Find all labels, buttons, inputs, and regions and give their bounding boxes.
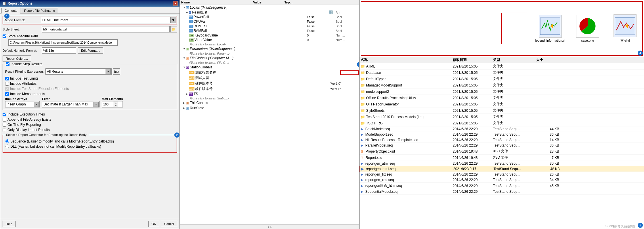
include-execution-times-checkbox[interactable]	[3, 113, 6, 116]
folder-atml[interactable]: 📁ATML 2021/8/20 15:05 文件夹	[360, 63, 644, 70]
style-sheet-browse-button[interactable]: 📁	[170, 26, 177, 32]
cpu-fail-value: False	[307, 20, 336, 23]
file-reportgen-txt[interactable]: ▶reportgen_txt.seq 2014/6/26 22:29 TestS…	[360, 172, 644, 177]
store-absolute-path-checkbox[interactable]	[3, 34, 6, 38]
folder-tsotfrg[interactable]: 📁TSOTFRG 2021/8/20 15:05 文件夹	[360, 120, 644, 126]
cpu-fail-node[interactable]: TF CPUFail False Bool	[180, 19, 359, 24]
file-model-support[interactable]: ▶ModelSupport.seq 2014/6/26 22:29 TestSt…	[360, 132, 644, 137]
params-expand-icon[interactable]: ▼	[183, 47, 186, 50]
this-context-expand[interactable]: ▶	[183, 101, 186, 104]
run-state-expand[interactable]: ▶	[183, 107, 186, 109]
folder-otf[interactable]: 📁OTFReportGenerator 2021/8/20 15:05 文件夹	[360, 101, 644, 107]
keyboard-node[interactable]: 128 KeyboardValue 0 Num...	[180, 33, 359, 38]
report-name-node[interactable]: ABC 测试报告名称	[180, 70, 359, 75]
file-sequential-model[interactable]: ▶SequentialModel.seq 2014/6/26 22:29 Tes…	[360, 189, 644, 195]
only-latest-checkbox[interactable]	[3, 128, 6, 132]
filter-arrow[interactable]: ▼	[93, 102, 99, 107]
folder-modelsupport2[interactable]: 📁modelsupport2 2021/8/20 15:05 文件夹	[360, 88, 644, 95]
tab-contents[interactable]: Contents	[1, 8, 20, 14]
params-icon: ⊞	[186, 47, 189, 51]
file-globals-hint: ‹Right click to insert File G...›	[180, 61, 359, 65]
help-button[interactable]: Help	[3, 221, 16, 227]
this-context-node[interactable]: ▶ ⊞ ThisContext	[180, 100, 359, 105]
run-state-node[interactable]: ▶ ⊞ RunState	[180, 105, 359, 111]
locals-hint: ‹Right click to insert Local›	[180, 42, 359, 46]
max-elements-spinbox[interactable]: ▲ ▼	[102, 101, 123, 107]
folder-stylesheets[interactable]: 📁StyleSheets 2021/8/20 15:05 文件夹	[360, 107, 644, 114]
locals-expand-icon[interactable]: ▼	[183, 6, 186, 9]
cancel-button[interactable]: Cancel	[161, 221, 177, 227]
result-filtering-edit-button[interactable]: f(x)	[113, 68, 120, 75]
select-dropdown-arrow[interactable]: ▼	[170, 17, 176, 23]
style-sheet-input[interactable]	[42, 26, 170, 32]
include-step-results-checkbox[interactable]	[6, 62, 9, 66]
folder-icon-database: 📁	[361, 71, 365, 75]
ok-button[interactable]: OK	[148, 221, 159, 227]
ts-expand[interactable]: ▶	[186, 93, 189, 95]
ram-fail-node[interactable]: TF RAMFail False Bool	[180, 28, 359, 33]
result-list-node[interactable]: ▶ II ResultList 🔢 Arr...	[180, 10, 359, 15]
spinbox-down-button[interactable]: ▼	[114, 104, 118, 107]
test-person-node[interactable]: ABC 测试人员	[180, 75, 359, 81]
arrays-select[interactable]: Insert Graph ▼	[5, 101, 40, 107]
station-expand[interactable]: ▼	[183, 66, 186, 69]
report-colors-button[interactable]: Report Colors...	[3, 55, 31, 62]
legend-info-icon-item[interactable]: legend_information.vi	[536, 15, 565, 42]
video-type: Num...	[336, 38, 359, 42]
save-icon-item[interactable]: save.png	[573, 15, 602, 42]
report-format-select-wrapper[interactable]: HTML Document ▼	[41, 17, 176, 23]
var-browser-scrollbar[interactable]: ◄ ►	[180, 224, 359, 229]
include-measurements-checkbox[interactable]	[5, 92, 9, 96]
file-globals-expand[interactable]: ▼	[183, 57, 186, 59]
file-property-object[interactable]: ⊞PropertyObject.xsd 2014/6/26 19:48 XSD …	[360, 148, 644, 155]
radio-sequence[interactable]	[5, 139, 9, 143]
file-reportgen-atml[interactable]: ▶reportgen_atml.seq 2014/6/26 22:29 Test…	[360, 161, 644, 166]
append-if-exists-checkbox[interactable]	[3, 118, 6, 122]
result-filtering-label: Result Filtering Expression:	[5, 70, 44, 73]
folder-database[interactable]: 📁Database 2021/8/20 15:05 文件夹	[360, 70, 644, 76]
arrays-arrow[interactable]: ▼	[34, 102, 39, 107]
params-node[interactable]: ▼ ⊞ Parameters ('MainSequence')	[180, 46, 359, 51]
folder-offline-results[interactable]: 📁Offline Results Processing Utility 2021…	[360, 95, 644, 101]
radio-dll[interactable]	[5, 145, 9, 148]
rom-fail-node[interactable]: TF ROMFail False Bool	[180, 24, 359, 28]
edit-format-button[interactable]: Edit Format...	[78, 47, 103, 54]
include-test-limits-checkbox[interactable]	[5, 77, 9, 80]
file-parallel-model[interactable]: ▶ParallelModel.seq 2014/6/26 22:29 TestS…	[360, 143, 644, 148]
result-list-expand[interactable]: ▶	[186, 11, 189, 14]
folder-default-types[interactable]: 📁DefaultTypes 2021/8/20 15:05 文件夹	[360, 76, 644, 82]
video-node[interactable]: 128 VideoValue 0 Num...	[180, 38, 359, 42]
result-filtering-arrow[interactable]: ▼	[106, 69, 111, 74]
dialog-close-button[interactable]: ✕	[173, 1, 178, 6]
tree-container[interactable]: ▼ ⊞ Locals ('MainSequence') ▶ II ResultL…	[180, 5, 359, 224]
ts-node[interactable]: ▶ TS TS	[180, 92, 359, 96]
tab-report-file-pathname[interactable]: Report File Pathname	[21, 8, 58, 13]
file-batch-model[interactable]: ▶BatchModel.seq 2014/6/26 22:29 TestStan…	[360, 126, 644, 132]
file-globals-node[interactable]: ▼ ⊞ FileGlobals ('Computer M...')	[180, 55, 359, 61]
file-reportgen-original[interactable]: ▶reportgen原始_html.seq 2014/6/26 22:29 Te…	[360, 183, 644, 189]
station-globals-node[interactable]: ▼ ⊞ StationGlobals 3	[180, 65, 359, 70]
sw-version-node[interactable]: ABC 软件版本号 "Ver1.0"	[180, 86, 359, 92]
include-attributes-checkbox[interactable]	[5, 82, 9, 86]
hw-version-node[interactable]: ABC 硬件版本号 "Ver1.0"	[180, 81, 359, 86]
file-ni-results[interactable]: ▶NI_ResultsProcessorTemplate.seq 2014/6/…	[360, 137, 644, 143]
power-fail-label: PowerFail	[194, 15, 307, 19]
on-the-fly-checkbox[interactable]	[3, 123, 6, 127]
file-report-xsd[interactable]: ⊞Report.xsd 2014/6/26 19:48 XSD 文件 7 KB	[360, 155, 644, 161]
result-filtering-select[interactable]: All Results ▼	[45, 68, 112, 75]
drawing-vi-icon-item[interactable]: 画图.vi	[611, 14, 639, 43]
power-fail-node[interactable]: TF PowerFail False Bool	[180, 15, 359, 19]
max-elements-input[interactable]	[102, 102, 114, 107]
locals-node[interactable]: ▼ ⊞ Locals ('MainSequence')	[180, 5, 359, 10]
file-list-area[interactable]: 名称 修改日期 类型 大小 📁ATML 2021/8/20 15:05 文件夹 …	[360, 57, 644, 229]
folder-managed-model[interactable]: 📁ManagedModelSupport 2021/8/20 15:05 文件夹	[360, 82, 644, 88]
spinbox-up-button[interactable]: ▲	[114, 101, 118, 104]
store-path-input[interactable]	[8, 39, 118, 46]
default-numeric-format-input[interactable]	[42, 47, 76, 54]
file-reportgen-xml[interactable]: ▶reportgen_xml.seq 2014/6/26 22:29 TestS…	[360, 177, 644, 183]
file-reportgen-html[interactable]: ▶reportgen_html.seq 2021/8/23 9:17 TestS…	[360, 166, 644, 172]
folder-teststand-2010[interactable]: 📁TestStand 2010 Process Models (Leg... 2…	[360, 114, 644, 120]
filter-select[interactable]: Decimate If Larger Than Max ▼	[42, 101, 100, 107]
rom-fail-value: False	[307, 24, 336, 28]
report-format-select[interactable]: HTML Document ▼	[41, 17, 176, 23]
